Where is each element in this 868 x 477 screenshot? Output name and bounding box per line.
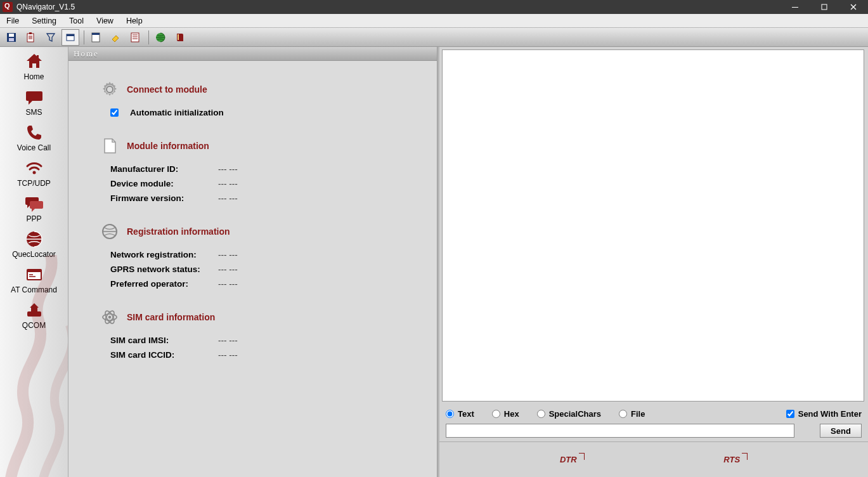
mode-text[interactable]: Text (446, 409, 474, 419)
panel-header: Home (68, 47, 437, 61)
info-row: SIM card ICCID:--- --- (110, 350, 424, 360)
section-title: Module information (127, 141, 209, 151)
sidebar-label: Home (23, 72, 44, 81)
section-connect: Connect to module Automatic initializati… (100, 80, 424, 117)
svg-rect-8 (67, 34, 74, 36)
info-row: Preferred operator:--- --- (110, 279, 424, 289)
sidebar: Home SMS Voice Call TCP/UDP PPP QuecLoca… (0, 47, 68, 477)
svg-rect-13 (178, 34, 179, 40)
window-toggle-icon[interactable] (62, 29, 79, 46)
svg-rect-10 (92, 33, 100, 35)
sidebar-item-voice-call[interactable]: Voice Call (0, 123, 68, 152)
section-registration-info: Registration information Network registr… (100, 222, 424, 289)
maximize-button[interactable] (810, 0, 839, 14)
minimize-button[interactable] (781, 0, 810, 14)
section-sim-info: SIM card information SIM card IMSI:--- -… (100, 308, 424, 360)
list-icon[interactable] (126, 29, 144, 46)
note-icon[interactable] (87, 29, 105, 46)
section-module-info: Module information Manufacturer ID:--- -… (100, 136, 424, 203)
right-panel: Text Hex SpecialChars File Send With Ent… (437, 47, 868, 477)
info-row: GPRS network status:--- --- (110, 265, 424, 274)
sidebar-item-home[interactable]: Home (0, 52, 68, 81)
decorative-smoke (0, 255, 68, 477)
menu-help[interactable]: Help (120, 15, 149, 27)
wifi-icon (24, 159, 44, 178)
toolbar (0, 28, 868, 47)
titlebar: QNavigator_V1.5 (0, 0, 868, 14)
section-title: Connect to module (127, 84, 207, 95)
section-title: Registration information (127, 226, 230, 237)
auto-init-checkbox[interactable] (110, 108, 119, 117)
menu-setting[interactable]: Setting (25, 15, 63, 27)
home-panel: Home Connect to module Automatic initial… (68, 47, 437, 477)
signal-row: DTR RTS (439, 441, 868, 477)
sidebar-item-ppp[interactable]: PPP (0, 194, 68, 223)
sidebar-label: SMS (25, 108, 42, 117)
app-icon (3, 2, 13, 12)
menu-file[interactable]: File (0, 15, 25, 27)
info-row: Manufacturer ID:--- --- (110, 164, 424, 174)
dtr-indicator[interactable]: DTR (560, 455, 585, 464)
menu-tool[interactable]: Tool (63, 15, 90, 27)
gear-icon (100, 80, 119, 99)
command-input[interactable] (446, 424, 794, 438)
svg-rect-3 (9, 34, 14, 37)
globe-outline-icon (100, 222, 119, 241)
rts-indicator[interactable]: RTS (723, 455, 748, 464)
sidebar-item-sms[interactable]: SMS (0, 88, 68, 117)
section-title: SIM card information (127, 312, 215, 322)
send-with-enter-checkbox[interactable]: Send With Enter (786, 409, 862, 419)
sidebar-label: TCP/UDP (17, 179, 51, 188)
info-row: SIM card IMSI:--- --- (110, 336, 424, 345)
svg-rect-11 (131, 33, 139, 42)
globe-nav-icon (24, 230, 44, 249)
info-row: Network registration:--- --- (110, 250, 424, 259)
phone-icon (24, 123, 44, 142)
save-icon[interactable] (3, 29, 20, 46)
svg-rect-14 (37, 55, 39, 58)
clipboard-icon[interactable] (22, 29, 40, 46)
mode-file[interactable]: File (619, 409, 645, 419)
menu-view[interactable]: View (90, 15, 120, 27)
sidebar-label: PPP (26, 214, 41, 223)
eraser-icon[interactable] (107, 29, 124, 46)
sidebar-label: Voice Call (17, 143, 51, 152)
mode-specialchars[interactable]: SpecialChars (537, 409, 601, 419)
document-icon (100, 136, 119, 155)
chat-icon (24, 194, 44, 213)
info-row: Device module:--- --- (110, 179, 424, 188)
close-button[interactable] (839, 0, 868, 14)
auto-init-label: Automatic initialization (130, 108, 224, 117)
book-icon[interactable] (171, 29, 189, 46)
home-icon (24, 52, 44, 71)
svg-point-25 (108, 316, 111, 318)
window-title: QNavigator_V1.5 (16, 3, 781, 11)
svg-rect-6 (29, 32, 32, 34)
atom-icon (100, 308, 119, 327)
mode-hex[interactable]: Hex (492, 409, 519, 419)
send-button[interactable]: Send (820, 424, 862, 438)
svg-rect-4 (9, 38, 14, 41)
svg-rect-0 (792, 7, 798, 8)
terminal-output[interactable] (442, 49, 864, 402)
info-row: Firmware version:--- --- (110, 193, 424, 203)
svg-rect-1 (822, 4, 827, 10)
menubar: File Setting Tool View Help (0, 14, 868, 28)
globe-icon[interactable] (152, 29, 169, 46)
sms-icon (24, 88, 44, 107)
svg-point-15 (32, 171, 36, 174)
sidebar-item-tcp-udp[interactable]: TCP/UDP (0, 159, 68, 188)
filter-icon[interactable] (42, 29, 60, 46)
